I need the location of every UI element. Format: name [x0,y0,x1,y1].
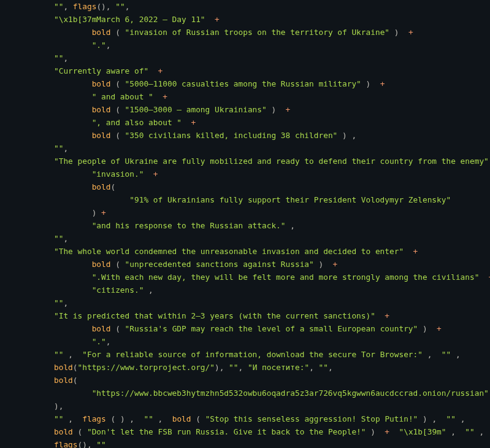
string: " and about " [92,92,153,101]
op-plus: + [158,66,163,75]
string: "1500–3000 — among Ukrainians" [125,105,267,114]
ident-bold: bold [92,28,111,37]
op-plus: + [286,105,291,114]
ident-bold: bold [92,79,111,88]
string: "unprecedented sanctions against Russia" [125,260,314,269]
string: "The people of Ukraine are fully mobiliz… [54,156,489,166]
op-plus: + [163,92,167,101]
string: "" [465,427,474,436]
string: "" [54,350,63,359]
ident-flags: flags [54,440,78,448]
string: "\x1b[39m" [399,427,446,436]
string: "" [144,414,153,423]
ident-bold: bold [54,363,73,372]
op-plus: + [153,169,158,179]
op-plus: + [408,28,413,37]
op-plus: + [385,427,389,436]
string: "invasion of Russian troops on the terri… [125,28,389,37]
string: "The whole world condemned the unreasona… [54,247,404,256]
op-plus: + [385,311,389,320]
code-block: "", flags(), "", "\x1b[37mMarch 6, 2022 … [0,0,490,448]
string: "" [54,298,63,307]
ident-bold: bold [92,324,111,333]
string: "Stop this senseless aggression! Stop Pu… [205,414,418,423]
string: "" [115,2,124,11]
ident-flags: flags [73,2,97,11]
string: "" [442,350,451,359]
string: "." [92,41,106,50]
ident-flags: flags [82,414,106,423]
string: ".With each new day, they will be felt m… [92,272,480,282]
string: "Don't let the FSB run Russia. Give it b… [87,427,366,436]
string: "" [54,234,63,243]
ident-bold: bold [92,260,111,269]
string: "." [92,337,106,346]
string: "Russia's GDP may reach the level of a s… [125,324,418,333]
string: "" [54,53,63,63]
string: "91% of Ukrainians fully support their P… [129,195,451,204]
ident-bold: bold [92,105,111,114]
string: "Currently aware of" [54,66,148,75]
ident-bold: bold [54,376,73,385]
string: "" [54,2,63,11]
string: "https://www.torproject.org/" [78,363,215,372]
op-plus: + [437,324,442,333]
string: "It is predicted that within 2–3 years (… [54,311,375,320]
string: ", and also about " [92,118,182,127]
string: "" [54,414,63,423]
string: "and his response to the Russian attack.… [92,221,286,230]
string: "" [229,363,238,372]
string: "invasion." [92,169,144,179]
op-plus: + [215,15,220,24]
op-plus: + [101,208,106,217]
string: "" [54,144,63,153]
string: "" [446,414,456,423]
string: "" [319,363,328,372]
ident-bold: bold [54,427,73,436]
ident-bold: bold [92,131,111,140]
op-plus: + [380,79,385,88]
string: "citizens." [92,285,144,295]
string: "For a reliable source of information, d… [82,350,423,359]
string: "https://www.bbcweb3hytmzhn5d532owbu6oqa… [92,388,489,398]
string: "\x1b[37mMarch 6, 2022 — Day 11" [54,15,205,24]
string: "350 civilians killed, including 38 chil… [125,131,338,140]
string: "И посетите:" [248,363,309,372]
op-plus: + [191,118,196,127]
string: "" [96,440,105,448]
op-plus: + [333,260,338,269]
op-plus: + [413,247,418,256]
ident-bold: bold [92,182,111,191]
ident-bold: bold [172,414,191,423]
string: "5000–11000 casualties among the Russian… [125,79,361,88]
